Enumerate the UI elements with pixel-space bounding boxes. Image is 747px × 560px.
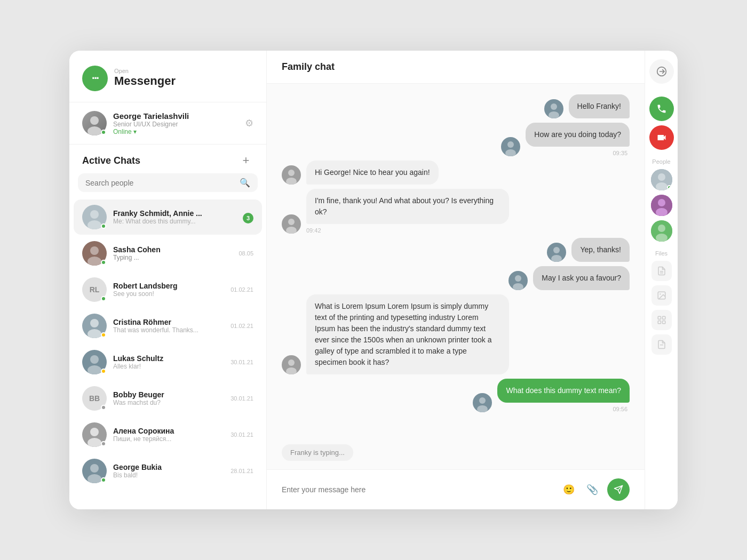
app-title: Messenger bbox=[114, 74, 176, 88]
chat-item-robert[interactable]: RL Robert Landsberg See you soon! 01.02.… bbox=[74, 272, 262, 307]
chat-name-sasha: Sasha Cohen bbox=[113, 245, 232, 254]
emoji-icon[interactable]: 🙂 bbox=[560, 481, 577, 498]
chat-info-lukas: Lukas Schultz Alles klar! bbox=[113, 354, 224, 370]
svg-point-21 bbox=[286, 227, 297, 234]
msg-avatar-8 bbox=[473, 393, 492, 412]
chat-item-bobby[interactable]: BB Bobby Beuger Was machst du? 30.01.21 bbox=[74, 381, 262, 416]
chat-avatar-wrap-robert: RL bbox=[82, 277, 107, 302]
chat-time-cristina: 01.02.21 bbox=[231, 323, 253, 329]
msg-avatar-3 bbox=[282, 165, 301, 185]
chat-name-cristina: Cristina Röhmer bbox=[113, 318, 224, 326]
chat-meta-sasha: 08.05 bbox=[239, 250, 253, 257]
chat-name-bobby: Bobby Beuger bbox=[113, 390, 224, 399]
attach-icon[interactable]: 📎 bbox=[584, 481, 601, 498]
file-grid-icon[interactable] bbox=[651, 310, 672, 330]
svg-point-29 bbox=[477, 405, 488, 412]
logo-open-label: Open bbox=[114, 68, 176, 74]
svg-point-5 bbox=[88, 257, 101, 266]
call-icon-button[interactable] bbox=[649, 97, 674, 121]
navigate-icon-button[interactable] bbox=[649, 59, 674, 84]
msg-group-2: How are you doing today? 09:35 bbox=[526, 123, 630, 156]
profile-role: Senior UI/UX Designer bbox=[113, 121, 239, 128]
chat-preview-george-b: Bis bald! bbox=[113, 471, 224, 479]
chat-item-alena[interactable]: Алена Сорокина Пиши, не теряйся... 30.01… bbox=[74, 417, 262, 452]
logo-icon: ··· bbox=[82, 66, 108, 91]
chat-info-cristina: Cristina Röhmer That was wonderful. Than… bbox=[113, 318, 224, 334]
svg-point-4 bbox=[90, 246, 99, 255]
chat-item-sasha[interactable]: Sasha Cohen Typing ... 08.05 bbox=[74, 236, 262, 271]
profile-status[interactable]: Online ▾ bbox=[113, 128, 239, 135]
app-container: ··· Open Messenger George Tarielashvili bbox=[69, 51, 678, 509]
people-label: People bbox=[652, 158, 670, 165]
svg-point-17 bbox=[505, 149, 516, 156]
search-container: 🔍 bbox=[78, 173, 258, 192]
chat-status-dot-franky bbox=[101, 223, 106, 229]
chat-time-alena: 30.01.21 bbox=[231, 431, 253, 438]
chat-preview-bobby: Was machst du? bbox=[113, 399, 224, 406]
message-input[interactable] bbox=[282, 485, 554, 494]
svg-point-18 bbox=[288, 170, 295, 176]
search-input[interactable] bbox=[85, 179, 235, 187]
profile-section: George Tarielashvili Senior UI/UX Design… bbox=[69, 102, 266, 145]
svg-point-9 bbox=[88, 365, 101, 374]
msg-avatar-4 bbox=[282, 214, 301, 234]
msg-time-4: 09:42 bbox=[306, 227, 323, 234]
chat-meta-bobby: 30.01.21 bbox=[231, 395, 253, 402]
send-button[interactable] bbox=[607, 478, 630, 501]
bubble-8: What does this dummy text mean? bbox=[497, 379, 630, 403]
chat-info-sasha: Sasha Cohen Typing ... bbox=[113, 245, 232, 261]
typing-indicator: Franky is typing... bbox=[282, 444, 353, 461]
svg-point-19 bbox=[286, 178, 297, 185]
chat-time-bobby: 30.01.21 bbox=[231, 395, 253, 402]
chat-title: Family chat bbox=[282, 61, 335, 72]
chat-item-lukas[interactable]: Lukas Schultz Alles klar! 30.01.21 bbox=[74, 345, 262, 380]
send-icon bbox=[614, 485, 623, 494]
right-panel: People Files bbox=[645, 51, 678, 509]
profile-avatar-wrap bbox=[82, 111, 107, 135]
chat-status-dot-robert bbox=[101, 296, 106, 301]
chat-item-cristina[interactable]: Cristina Röhmer That was wonderful. Than… bbox=[74, 308, 262, 343]
chat-item-george-b[interactable]: George Bukia Bis bald! 28.01.21 bbox=[74, 453, 262, 489]
people-avatar-3[interactable] bbox=[651, 220, 672, 242]
search-icon: 🔍 bbox=[240, 178, 250, 188]
svg-point-2 bbox=[90, 210, 99, 219]
file-doc-icon[interactable] bbox=[651, 261, 672, 281]
svg-rect-45 bbox=[662, 316, 665, 319]
chat-header: Family chat bbox=[267, 51, 645, 84]
people-avatar-1[interactable] bbox=[651, 169, 672, 190]
add-chat-button[interactable]: + bbox=[239, 153, 253, 168]
svg-point-6 bbox=[90, 319, 99, 327]
svg-point-26 bbox=[288, 359, 295, 366]
svg-point-35 bbox=[658, 199, 665, 206]
msg-group-5: Yep, thanks! bbox=[571, 238, 630, 262]
msg-group-7: What is Lorem Ipsum Lorem Ipsum is simpl… bbox=[306, 294, 509, 374]
chat-status-dot-cristina bbox=[101, 332, 106, 338]
bubble-2: How are you doing today? bbox=[526, 123, 630, 147]
bubble-3: Hi George! Nice to hear you again! bbox=[306, 161, 439, 185]
msg-avatar-1 bbox=[544, 99, 563, 118]
svg-point-1 bbox=[88, 126, 101, 135]
sidebar-header: ··· Open Messenger bbox=[69, 51, 266, 102]
chat-avatar-wrap-cristina bbox=[82, 314, 107, 338]
chat-info-franky: Franky Schmidt, Annie ... Me: What does … bbox=[113, 209, 236, 225]
svg-point-7 bbox=[88, 329, 101, 338]
svg-point-0 bbox=[90, 116, 99, 125]
chat-item-franky[interactable]: Franky Schmidt, Annie ... Me: What does … bbox=[74, 199, 262, 235]
settings-icon[interactable]: ⚙ bbox=[245, 117, 253, 129]
file-text-icon[interactable] bbox=[651, 334, 672, 355]
msg-avatar-2 bbox=[501, 137, 520, 156]
msg-avatar-6 bbox=[508, 271, 528, 290]
active-chats-title: Active Chats bbox=[82, 155, 140, 166]
svg-point-14 bbox=[551, 103, 557, 110]
chat-preview-alena: Пиши, не теряйся... bbox=[113, 435, 224, 443]
chat-avatar-wrap-franky bbox=[82, 205, 107, 229]
msg-avatar-7 bbox=[282, 355, 301, 374]
chat-time-george-b: 28.01.21 bbox=[231, 468, 253, 474]
file-image-icon[interactable] bbox=[651, 285, 672, 306]
msg-group-6: May I ask you a favour? bbox=[533, 266, 630, 290]
people-avatar-2[interactable] bbox=[651, 195, 672, 216]
msg-time-2: 09:35 bbox=[613, 150, 630, 156]
video-icon-button[interactable] bbox=[649, 125, 674, 150]
chat-avatar-wrap-sasha bbox=[82, 241, 107, 266]
chat-input-area: 🙂 📎 bbox=[267, 469, 645, 509]
